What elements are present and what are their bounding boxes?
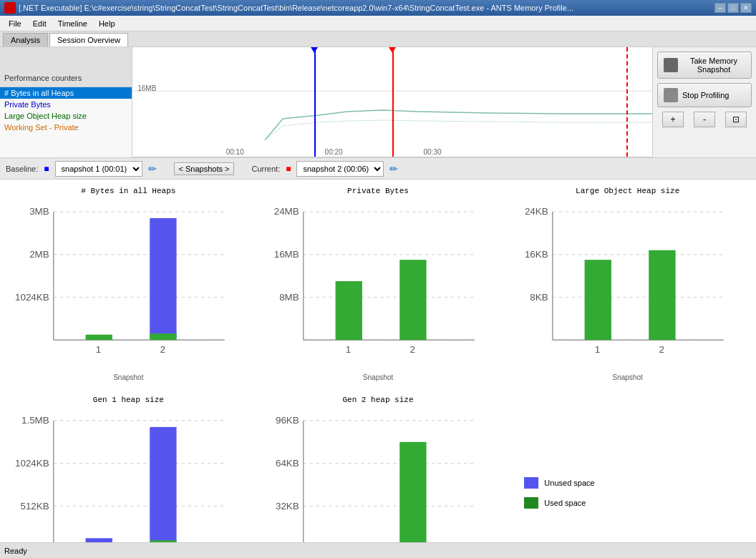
chart-loh-xlabel: Snapshot [613, 373, 643, 381]
current-time-vline [626, 47, 628, 157]
svg-text:00:20: 00:20 [325, 148, 343, 156]
left-panel: Performance counters # Bytes in all Heap… [0, 47, 132, 157]
menu-edit[interactable]: Edit [27, 18, 52, 29]
chart-loh-svg: 24KB 16KB 8KB 1 2 [510, 201, 745, 372]
svg-text:1024KB: 1024KB [15, 458, 49, 469]
svg-rect-14 [86, 335, 112, 340]
svg-text:1: 1 [96, 344, 101, 355]
legend-used: Used space [524, 497, 731, 509]
svg-text:96KB: 96KB [276, 415, 299, 426]
chart-row-2: Gen 1 heap size 1.5MB 1024KB 512KB 1 2 [11, 396, 745, 542]
status-text: Ready [4, 547, 27, 555]
svg-rect-28 [335, 281, 362, 340]
baseline-label: Baseline: [6, 165, 38, 173]
svg-rect-73 [524, 497, 538, 509]
svg-text:32KB: 32KB [276, 501, 299, 512]
chart-legend: Unused space Used space [510, 396, 745, 542]
current-label: Current: [251, 165, 280, 173]
right-panel: Take Memory Snapshot Stop Profiling + - … [652, 47, 756, 157]
baseline-edit-icon[interactable]: ✏ [148, 163, 157, 175]
svg-text:3MB: 3MB [29, 206, 49, 217]
baseline-color-indicator: ■ [44, 164, 49, 174]
perf-counters-header: Performance counters [0, 47, 132, 87]
minimize-button[interactable]: ─ [714, 3, 726, 13]
chart-gen1-title: Gen 1 heap size [93, 396, 164, 404]
titlebar: [.NET Executable] E:\c#exercise\string\S… [0, 0, 756, 16]
perf-counters-label: Performance counters [4, 74, 82, 82]
counter-bytes-heaps[interactable]: # Bytes in all Heaps [0, 87, 132, 99]
chart-private-bytes: Private Bytes 24MB 16MB 8MB 1 2 Snapshot [261, 187, 496, 381]
chart-bytes-heaps-title: # Bytes in all Heaps [81, 187, 175, 195]
svg-text:24KB: 24KB [525, 206, 548, 217]
close-button[interactable]: ✕ [740, 3, 752, 13]
svg-text:64KB: 64KB [276, 458, 299, 469]
legend-unused: Unused space [524, 477, 731, 489]
svg-rect-72 [524, 477, 538, 489]
svg-text:1024KB: 1024KB [15, 292, 49, 303]
chart-row-1: # Bytes in all Heaps 3MB 2MB 1024KB [11, 187, 745, 381]
chart-gen2-svg: 96KB 64KB 32KB 1 2 [261, 410, 496, 542]
camera-icon [664, 58, 678, 72]
svg-rect-41 [585, 260, 611, 340]
chart-loh: Large Object Heap size 24KB 16KB 8KB 1 2… [510, 187, 745, 381]
menubar: File Edit Timeline Help [0, 16, 756, 31]
chart-private-bytes-svg: 24MB 16MB 8MB 1 2 [261, 201, 496, 372]
svg-text:1: 1 [345, 344, 350, 355]
svg-text:16KB: 16KB [525, 249, 548, 260]
window-controls: ─ □ ✕ [714, 3, 752, 13]
svg-rect-56 [150, 427, 176, 542]
tab-session-overview[interactable]: Session Overview [49, 33, 128, 46]
tab-analysis[interactable]: Analysis [3, 33, 48, 46]
restore-button[interactable]: □ [727, 3, 739, 13]
legend-unused-label: Unused space [544, 479, 594, 487]
chart-gen1: Gen 1 heap size 1.5MB 1024KB 512KB 1 2 [11, 396, 246, 542]
svg-text:512KB: 512KB [20, 501, 49, 512]
menu-file[interactable]: File [3, 18, 27, 29]
chart-private-bytes-xlabel: Snapshot [363, 373, 393, 381]
svg-text:24MB: 24MB [273, 206, 299, 217]
svg-text:8MB: 8MB [279, 292, 299, 303]
window-title: [.NET Executable] E:\c#exercise\string\S… [19, 4, 714, 12]
main-area: Performance counters # Bytes in all Heap… [0, 47, 756, 158]
content-area: # Bytes in all Heaps 3MB 2MB 1024KB [0, 180, 756, 542]
zoom-out-button[interactable]: - [694, 112, 715, 127]
svg-rect-29 [399, 260, 426, 340]
chart-bytes-heaps-xlabel: Snapshot [113, 373, 143, 381]
take-memory-snapshot-button[interactable]: Take Memory Snapshot [657, 52, 752, 79]
stop-icon [664, 88, 678, 102]
zoom-in-button[interactable]: + [662, 112, 684, 127]
snapshot1-vline [314, 47, 316, 157]
svg-text:16MB: 16MB [273, 249, 299, 260]
current-select[interactable]: snapshot 2 (00:06) [296, 161, 384, 177]
svg-text:8KB: 8KB [530, 292, 548, 303]
svg-rect-16 [150, 333, 176, 340]
svg-text:2MB: 2MB [29, 249, 49, 260]
svg-text:16MB: 16MB [137, 84, 156, 92]
chart-gen2-title: Gen 2 heap size [342, 396, 413, 404]
counter-private-bytes[interactable]: Private Bytes [0, 99, 132, 110]
chart-bytes-heaps: # Bytes in all Heaps 3MB 2MB 1024KB [11, 187, 246, 381]
svg-rect-42 [649, 250, 676, 340]
chart-gen2: Gen 2 heap size 96KB 64KB 32KB 1 2 Snaps… [261, 396, 496, 542]
svg-text:1.5MB: 1.5MB [21, 415, 49, 426]
menu-help[interactable]: Help [93, 18, 121, 29]
snapshot-bar: Baseline: ■ snapshot 1 (00:01) ✏ < Snaps… [0, 158, 756, 180]
menu-timeline[interactable]: Timeline [52, 18, 93, 29]
counter-large-object-heap[interactable]: Large Object Heap size [0, 110, 132, 122]
zoom-controls: + - ⊡ [657, 112, 752, 127]
baseline-select[interactable]: snapshot 1 (00:01) [55, 161, 142, 177]
current-edit-icon[interactable]: ✏ [389, 163, 398, 175]
svg-text:2: 2 [659, 344, 664, 355]
chart-private-bytes-title: Private Bytes [347, 187, 409, 195]
chart-loh-title: Large Object Heap size [576, 187, 679, 195]
zoom-fit-button[interactable]: ⊡ [725, 112, 747, 127]
tabs-bar: Analysis Session Overview [0, 31, 756, 47]
stop-profiling-button[interactable]: Stop Profiling [657, 83, 752, 107]
snapshots-nav-button[interactable]: < Snapshots > [174, 162, 235, 175]
snapshot2-vline [392, 47, 394, 157]
app-icon [4, 2, 16, 14]
svg-text:2: 2 [160, 344, 165, 355]
counter-working-set[interactable]: Working Set - Private [0, 122, 132, 133]
svg-text:1: 1 [595, 344, 600, 355]
svg-text:00:30: 00:30 [424, 148, 442, 156]
